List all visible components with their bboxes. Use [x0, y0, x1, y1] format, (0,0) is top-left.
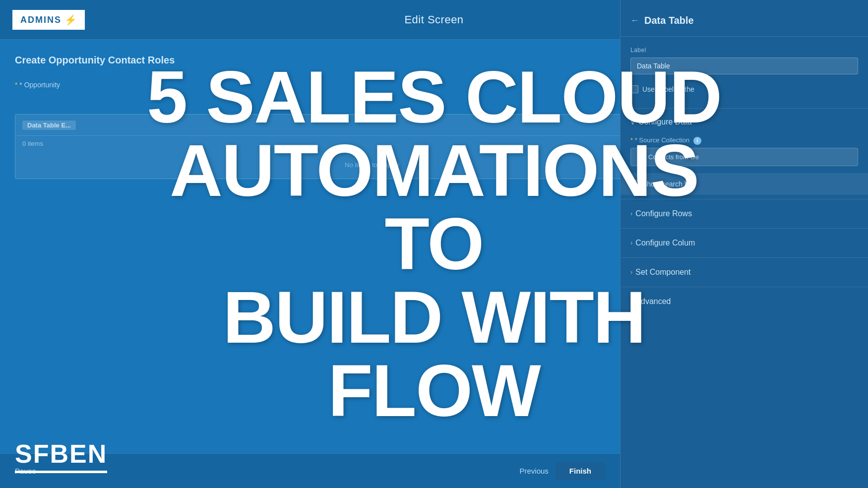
- configure-rows-header[interactable]: › Configure Rows: [630, 209, 858, 218]
- show-search-bar-section: ✓ Show search bar: [620, 173, 868, 195]
- configure-data-header[interactable]: ∨ Configure Data: [630, 118, 858, 126]
- configure-columns-header[interactable]: › Configure Colum: [630, 239, 858, 247]
- back-arrow-icon[interactable]: ←: [630, 15, 639, 26]
- label-input[interactable]: [630, 58, 858, 74]
- use-label-checkbox[interactable]: [630, 85, 638, 93]
- background: Edit Screen ADMINS ⚡ Create Opportunity …: [0, 0, 868, 488]
- configure-columns-title: Configure Colum: [635, 239, 695, 247]
- source-value-text: Contacts from Ge: [648, 153, 699, 161]
- configure-data-section: ∨ Configure Data: [620, 113, 868, 131]
- sfben-text: SFBEN: [15, 439, 107, 469]
- right-panel: ← Data Table Label Use Label as the ∨ Co…: [620, 0, 868, 488]
- bolt-icon: ⚡: [64, 14, 77, 26]
- label-field-label: Label: [630, 47, 858, 54]
- chevron-right-rows-icon: ›: [630, 210, 632, 217]
- set-component-header[interactable]: › Set Component: [630, 268, 858, 277]
- advanced-title: Advanced: [635, 297, 671, 306]
- label-section: Label: [620, 47, 868, 82]
- show-search-checkbox[interactable]: ✓: [630, 180, 638, 188]
- divider-5: [620, 287, 868, 287]
- configure-rows-section: › Configure Rows: [620, 203, 868, 224]
- show-search-label: Show search bar: [642, 180, 694, 188]
- finish-button[interactable]: Finish: [556, 462, 605, 480]
- advanced-section: › Advanced: [620, 291, 868, 312]
- logo-text: ADMINS: [20, 15, 62, 25]
- chevron-down-icon: ∨: [630, 119, 635, 126]
- configure-data-title: Configure Data: [638, 118, 692, 126]
- panel-title: Data Table: [644, 15, 694, 26]
- source-value-box[interactable]: ▤ Contacts from Ge: [630, 148, 858, 166]
- configure-rows-title: Configure Rows: [635, 209, 692, 218]
- info-icon: i: [693, 137, 701, 145]
- sfben-logo: SFBEN: [15, 439, 107, 473]
- use-label-section: Use Label as the: [620, 82, 868, 104]
- table-icon: ▤: [637, 152, 644, 162]
- source-collection-field: * * Source Collection i ▤ Contacts from …: [620, 131, 868, 171]
- divider-3: [620, 228, 868, 229]
- use-label-checkbox-row: Use Label as the: [630, 82, 858, 96]
- page-title: Edit Screen: [404, 13, 463, 26]
- set-component-title: Set Component: [635, 268, 690, 277]
- divider-2: [620, 199, 868, 199]
- chevron-right-columns-icon: ›: [630, 239, 632, 246]
- panel-header: ← Data Table: [620, 10, 868, 37]
- advanced-header[interactable]: › Advanced: [630, 297, 858, 306]
- admins-logo: ADMINS ⚡: [12, 10, 85, 30]
- divider-4: [620, 257, 868, 258]
- use-label-text: Use Label as the: [642, 85, 694, 93]
- set-component-section: › Set Component: [620, 262, 868, 283]
- dt-header-label: Data Table E...: [22, 121, 76, 130]
- previous-button[interactable]: Previous: [519, 467, 548, 475]
- configure-columns-section: › Configure Colum: [620, 233, 868, 253]
- divider-1: [620, 108, 868, 109]
- chevron-right-advanced-icon: ›: [630, 298, 632, 305]
- sfben-underline: [15, 471, 107, 473]
- source-collection-label: * * Source Collection i: [630, 136, 858, 145]
- show-search-checkbox-row: ✓ Show search bar: [630, 177, 858, 191]
- chevron-right-component-icon: ›: [630, 268, 632, 276]
